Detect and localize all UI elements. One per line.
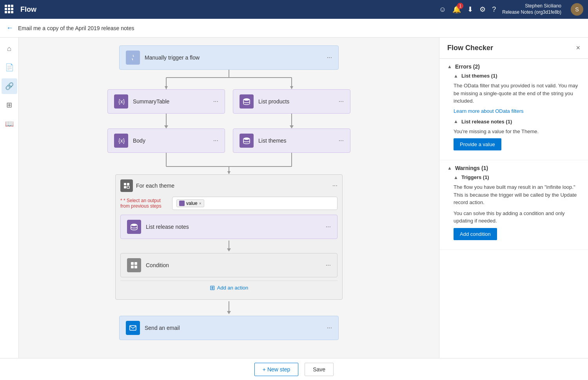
notification-badge: 1 (457, 3, 463, 9)
sidebar-item-flow[interactable]: 🔗 (2, 78, 17, 94)
settings-button[interactable]: ⚙ (479, 5, 486, 14)
odata-filter-link[interactable]: Learn more about OData filters (454, 108, 580, 114)
trigger-label: Manually trigger a flow (145, 54, 322, 61)
send-email-icon (126, 321, 140, 335)
error-list-release-notes: ▲ List release notes (1) You're missing … (454, 119, 580, 151)
svg-rect-15 (124, 183, 126, 185)
svg-rect-17 (124, 186, 126, 188)
warnings-title: Warnings (1) (455, 165, 488, 171)
grid-icon[interactable] (5, 5, 14, 14)
checker-close-button[interactable]: × (576, 44, 580, 52)
warning-caret: ▲ (454, 175, 458, 180)
svg-rect-20 (131, 262, 134, 265)
warning-triggers-header[interactable]: ▲ Triggers (1) (454, 174, 580, 180)
svg-point-9 (243, 138, 250, 140)
error-list-themes-header[interactable]: ▲ List themes (1) (454, 73, 580, 79)
error-caret-1: ▲ (454, 73, 458, 79)
foreach-value-box[interactable]: value × (172, 197, 338, 210)
value-tag-label: value (186, 201, 198, 206)
provide-value-button[interactable]: Provide a value (454, 138, 501, 150)
breadcrumb: Email me a copy of the April 2019 releas… (18, 25, 134, 31)
flow-container: Manually trigger a flow ··· {x} (41, 45, 417, 340)
save-button[interactable]: Save (305, 363, 334, 376)
error-list-release-notes-title: List release notes (1) (461, 119, 512, 125)
send-email-node[interactable]: Send an email ··· (119, 316, 339, 340)
topbar: Flow ☺ 🔔 1 ⬇ ⚙ ? Stephen Siciliano Relea… (0, 0, 588, 19)
warnings-caret: ▲ (447, 165, 452, 171)
trigger-icon (126, 51, 140, 65)
notification-button[interactable]: 🔔 1 (452, 5, 461, 14)
svg-point-19 (131, 224, 137, 226)
list-themes-more[interactable]: ··· (339, 137, 344, 144)
new-step-button[interactable]: + New step (254, 363, 298, 376)
warnings-section: ▲ Warnings (1) ▲ Triggers (1) The flow y… (439, 160, 588, 250)
download-button[interactable]: ⬇ (467, 5, 473, 14)
errors-caret: ▲ (447, 64, 452, 69)
svg-marker-14 (227, 171, 230, 174)
warning-triggers: ▲ Triggers (1) The flow you have built m… (454, 174, 580, 240)
list-themes-node[interactable]: List themes ··· (233, 128, 350, 153)
condition-more[interactable]: ··· (326, 262, 331, 269)
back-button[interactable]: ← (6, 24, 13, 32)
body-icon: {x} (114, 134, 128, 148)
error-caret-2: ▲ (454, 119, 458, 124)
list-products-node[interactable]: List products ··· (233, 89, 350, 114)
branch-row: {x} SummaryTable ··· {x} Body ··· (103, 89, 354, 153)
send-email-more[interactable]: ··· (327, 324, 332, 331)
list-products-icon (240, 94, 254, 109)
foreach-title: For each theme (136, 183, 329, 189)
foreach-more[interactable]: ··· (332, 182, 338, 189)
summary-table-label: SummaryTable (133, 98, 209, 105)
help-button[interactable]: ? (492, 5, 496, 14)
condition-node[interactable]: Condition ··· (120, 253, 338, 277)
summary-table-more[interactable]: ··· (213, 98, 218, 105)
trigger-node[interactable]: Manually trigger a flow ··· (119, 45, 339, 70)
add-condition-button[interactable]: Add condition (454, 228, 497, 240)
svg-marker-5 (290, 86, 293, 89)
add-action-icon: ⊞ (210, 284, 215, 291)
errors-section-header[interactable]: ▲ Errors (2) (447, 63, 580, 70)
emoji-button[interactable]: ☺ (439, 5, 446, 14)
sidebar-item-book[interactable]: 📖 (2, 116, 17, 132)
svg-rect-16 (127, 183, 129, 185)
summary-table-icon: {x} (114, 94, 128, 109)
svg-rect-23 (134, 266, 137, 268)
foreach-container: For each theme ··· * * Select an output … (115, 174, 343, 300)
value-tag: value × (176, 199, 204, 207)
error-list-release-notes-header[interactable]: ▲ List release notes (1) (454, 119, 580, 125)
sidebar-item-table[interactable]: ⊞ (2, 97, 17, 113)
body-more[interactable]: ··· (213, 137, 218, 144)
warning-triggers-text2: You can solve this by adding a condition… (454, 210, 580, 225)
body-node[interactable]: {x} Body ··· (107, 128, 225, 153)
error-list-release-notes-text: You're missing a value for the Theme. (454, 128, 580, 136)
trigger-more[interactable]: ··· (327, 54, 332, 61)
left-sidebar: ⌂ 📄 🔗 ⊞ 📖 (0, 38, 19, 358)
add-action-button[interactable]: ⊞ Add an action (120, 280, 338, 295)
svg-text:{x}: {x} (118, 138, 125, 144)
list-release-notes-more[interactable]: ··· (326, 223, 331, 230)
warnings-section-header[interactable]: ▲ Warnings (1) (447, 165, 580, 171)
subbar: ← Email me a copy of the April 2019 rele… (0, 19, 588, 38)
sidebar-item-home[interactable]: ⌂ (2, 41, 17, 56)
branch-split-svg (103, 70, 354, 89)
foreach-input-row: * * Select an output from previous steps… (120, 197, 338, 210)
list-themes-icon (240, 134, 254, 148)
svg-rect-18 (127, 186, 129, 188)
app-title: Flow (20, 5, 36, 14)
list-products-more[interactable]: ··· (339, 98, 344, 105)
body-label: Body (133, 138, 209, 144)
user-info: Stephen Siciliano Release Notes (org3d1f… (502, 3, 561, 15)
list-themes-label: List themes (258, 138, 334, 144)
add-action-label: Add an action (217, 285, 249, 291)
main-layout: ⌂ 📄 🔗 ⊞ 📖 Manually trigger a flow ··· (0, 38, 588, 358)
foreach-header: For each theme ··· (120, 179, 338, 192)
sidebar-item-docs[interactable]: 📄 (2, 60, 17, 75)
value-remove-icon[interactable]: × (199, 201, 201, 206)
flow-canvas: Manually trigger a flow ··· {x} (19, 38, 439, 358)
errors-section: ▲ Errors (2) ▲ List themes (1) The OData… (439, 59, 588, 160)
avatar[interactable]: S (571, 3, 583, 16)
branch-left: {x} SummaryTable ··· {x} Body ··· (103, 89, 229, 153)
list-release-notes-node[interactable]: List release notes ··· (120, 215, 338, 239)
svg-rect-21 (134, 262, 137, 265)
summary-table-node[interactable]: {x} SummaryTable ··· (107, 89, 225, 114)
